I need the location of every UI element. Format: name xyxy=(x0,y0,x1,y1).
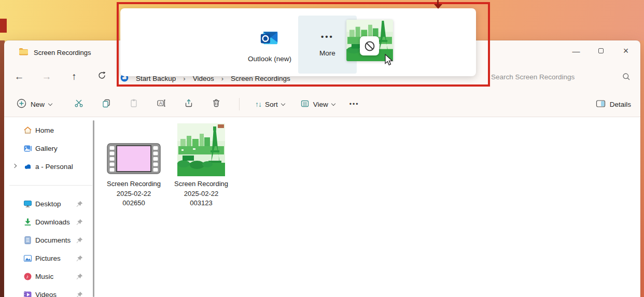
sidebar-item-label: Music xyxy=(35,273,53,280)
drop-not-allowed-badge xyxy=(360,36,379,55)
share-icon xyxy=(184,98,193,110)
share-more-label: More xyxy=(319,49,335,57)
green-city-thumbnail xyxy=(177,123,225,178)
copy-icon xyxy=(102,98,111,110)
pin-icon xyxy=(76,201,83,208)
window-tab[interactable]: Screen Recordings xyxy=(4,48,91,57)
sidebar-item-desktop[interactable]: Desktop xyxy=(4,195,97,213)
chevron-down-icon xyxy=(331,101,335,105)
pin-icon xyxy=(76,219,83,226)
toolbar-divider xyxy=(239,98,240,110)
sidebar-item-documents[interactable]: Documents xyxy=(4,231,97,249)
share-target-label: Outlook (new) xyxy=(248,55,291,63)
sidebar-item-label: a - Personal xyxy=(35,163,73,171)
sidebar-item-label: Pictures xyxy=(35,254,61,262)
sidebar-item-gallery[interactable]: Gallery xyxy=(4,139,97,158)
rename-icon: A xyxy=(157,98,166,110)
command-toolbar: New xyxy=(4,89,640,117)
view-icon xyxy=(300,99,310,110)
search-box xyxy=(491,68,634,86)
sidebar-item-music[interactable]: ♪ Music xyxy=(4,267,97,286)
sidebar-item-videos[interactable]: Videos xyxy=(4,286,97,297)
sort-button[interactable]: ↑↓ Sort xyxy=(255,100,285,108)
share-flyout: Outlook (new) ••• More xyxy=(120,8,476,76)
file-name: Screen Recording 2025-02-22 002650 xyxy=(107,179,161,208)
paste-button[interactable] xyxy=(124,95,143,114)
sort-arrows-icon: ↑↓ xyxy=(255,100,261,108)
up-button[interactable]: ↑ xyxy=(64,67,85,86)
view-button-label: View xyxy=(313,101,328,108)
videos-icon xyxy=(23,290,32,297)
chevron-down-icon xyxy=(48,101,52,105)
view-button[interactable]: View xyxy=(300,99,335,110)
scissors-icon xyxy=(74,98,83,110)
chevron-down-icon xyxy=(281,101,285,105)
forward-button[interactable]: → xyxy=(36,67,57,86)
navigation-pane: Home Gallery xyxy=(4,117,97,297)
toolbar-more-button[interactable]: ••• xyxy=(349,101,359,108)
details-pane-icon xyxy=(596,100,606,109)
window-body: Home Gallery xyxy=(4,117,640,297)
home-icon xyxy=(23,126,32,135)
explorer-window: Screen Recordings — × ← → ↑ xyxy=(4,40,640,297)
new-button[interactable]: New xyxy=(17,98,52,110)
trash-icon xyxy=(212,98,221,110)
pin-icon xyxy=(76,237,83,244)
sidebar-item-label: Videos xyxy=(35,291,57,297)
documents-icon xyxy=(23,236,32,245)
pin-icon xyxy=(76,273,83,280)
downloads-icon xyxy=(23,218,32,227)
svg-text:A: A xyxy=(159,101,162,106)
copy-button[interactable] xyxy=(97,95,116,114)
pin-icon xyxy=(76,291,83,297)
share-button[interactable] xyxy=(179,95,198,114)
onedrive-cloud-icon xyxy=(23,162,32,171)
window-title: Screen Recordings xyxy=(34,49,91,56)
sidebar-item-home[interactable]: Home xyxy=(4,121,97,139)
music-icon: ♪ xyxy=(23,272,32,281)
pictures-icon xyxy=(23,254,32,263)
maximize-icon xyxy=(598,48,604,53)
ellipsis-icon: ••• xyxy=(321,32,334,41)
delete-button[interactable] xyxy=(207,95,226,114)
sidebar-item-label: Downloads xyxy=(35,218,70,226)
plus-circle-icon xyxy=(17,98,26,110)
chevron-right-icon[interactable] xyxy=(13,166,18,167)
maximize-button[interactable] xyxy=(589,40,613,61)
sidebar-item-onedrive-personal[interactable]: a - Personal xyxy=(4,158,97,176)
sidebar-item-label: Gallery xyxy=(35,145,58,152)
file-item[interactable]: Screen Recording 2025-02-22 002650 xyxy=(104,122,164,297)
sidebar-divider xyxy=(9,185,92,186)
sidebar-item-label: Desktop xyxy=(35,200,61,208)
back-button[interactable]: ← xyxy=(9,67,30,86)
window-controls: — × xyxy=(564,40,638,61)
share-target-outlook[interactable]: Outlook (new) xyxy=(239,8,301,76)
minimize-button[interactable]: — xyxy=(564,40,589,61)
refresh-icon xyxy=(97,71,106,82)
file-grid: Screen Recording 2025-02-22 002650 xyxy=(97,117,640,297)
search-input[interactable] xyxy=(491,73,619,81)
new-button-label: New xyxy=(31,101,45,108)
details-button-label: Details xyxy=(610,101,631,108)
paste-icon xyxy=(129,98,138,110)
mouse-cursor-icon xyxy=(385,54,395,68)
cut-button[interactable] xyxy=(69,95,88,114)
rename-button[interactable]: A xyxy=(152,95,171,114)
wallpaper-right-strip xyxy=(640,40,644,297)
video-film-strip-thumbnail xyxy=(107,143,161,176)
folder-icon xyxy=(19,48,29,57)
wallpaper-red-patch xyxy=(0,19,7,33)
sidebar-item-downloads[interactable]: Downloads xyxy=(4,213,97,231)
details-button[interactable]: Details xyxy=(596,89,631,117)
search-icon[interactable] xyxy=(619,73,634,81)
close-button[interactable]: × xyxy=(613,40,638,61)
sidebar-item-label: Home xyxy=(35,126,54,134)
sidebar-scrollbar[interactable] xyxy=(93,120,94,297)
file-item[interactable]: Screen Recording 2025-02-22 003123 xyxy=(171,122,231,297)
refresh-button[interactable] xyxy=(91,67,112,86)
sidebar-item-pictures[interactable]: Pictures xyxy=(4,249,97,267)
desktop-icon xyxy=(23,200,32,208)
svg-text:♪: ♪ xyxy=(26,274,29,279)
file-name: Screen Recording 2025-02-22 003123 xyxy=(174,179,228,208)
pin-icon xyxy=(76,255,83,262)
